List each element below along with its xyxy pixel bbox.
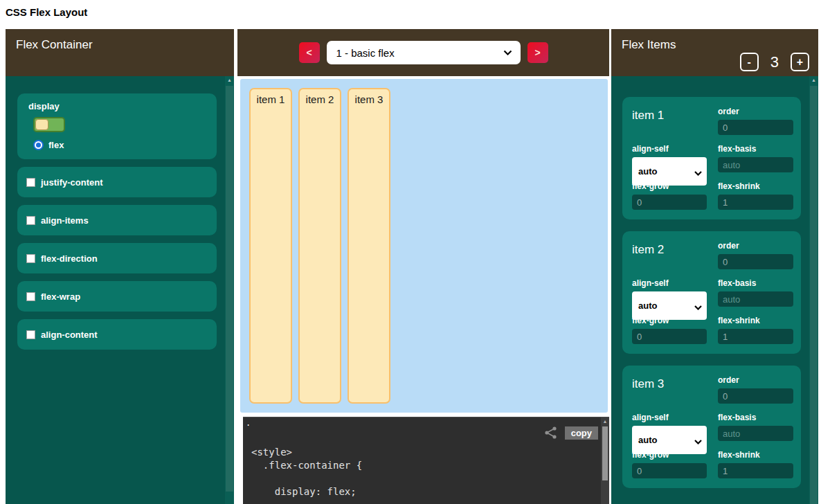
- example-select[interactable]: 1 - basic flex: [327, 41, 521, 64]
- align-items-label: align-items: [41, 215, 89, 226]
- item-3-order-input[interactable]: [718, 388, 793, 404]
- flex-container-scrollbar[interactable]: ▲: [225, 76, 234, 504]
- item-3-align-self-select[interactable]: auto: [632, 426, 707, 454]
- flex-container-panel: Flex Container display flex justify-cont…: [6, 29, 234, 504]
- property-card-flex-wrap[interactable]: flex-wrap: [17, 281, 217, 312]
- prev-example-button[interactable]: <: [299, 42, 320, 63]
- item-1-flex-grow-input[interactable]: [632, 195, 707, 210]
- item-3-title: item 3: [632, 375, 707, 404]
- item-3-flex-basis-input[interactable]: [718, 426, 793, 441]
- code-line: [251, 472, 609, 485]
- preview-body: item 1 item 2 item 3 . copy <style> .fle…: [237, 76, 609, 504]
- code-block: . copy <style> .flex-container { display…: [243, 417, 609, 504]
- flex-radio-label: flex: [48, 140, 64, 150]
- copy-button[interactable]: copy: [565, 426, 598, 440]
- item-3-flex-shrink-input[interactable]: [718, 463, 793, 478]
- display-toggle[interactable]: [33, 117, 65, 132]
- flex-container-title: Flex Container: [16, 38, 93, 51]
- align-self-label: align-self: [632, 413, 707, 422]
- flex-items-scrollbar[interactable]: ▲: [809, 76, 818, 504]
- item-1-order-field: order: [718, 107, 793, 135]
- flex-items-panel: Flex Items - 3 + item 1 order align-self…: [611, 29, 818, 504]
- item-3-flex-grow-input[interactable]: [632, 463, 707, 478]
- scrollbar-thumb[interactable]: [810, 86, 818, 504]
- example-nav-bar: < 1 - basic flex >: [237, 29, 609, 76]
- scroll-up-icon[interactable]: ▲: [601, 419, 609, 424]
- scroll-up-icon[interactable]: ▲: [225, 78, 234, 82]
- code-line: .flex-container {: [251, 459, 609, 472]
- flex-wrap-label: flex-wrap: [41, 291, 80, 302]
- item-counter: - 3 +: [740, 53, 809, 71]
- item-1-flex-basis-input[interactable]: [718, 157, 793, 172]
- order-label: order: [718, 107, 793, 116]
- flex-item-1: item 1: [249, 88, 292, 404]
- property-card-align-content[interactable]: align-content: [17, 319, 217, 350]
- item-2-order-field: order: [718, 241, 793, 269]
- item-2-flex-basis-input[interactable]: [718, 291, 793, 307]
- code-scrollbar[interactable]: ▲: [601, 417, 609, 504]
- justify-content-label: justify-content: [41, 177, 103, 188]
- order-label: order: [718, 375, 793, 385]
- item-1-title: item 1: [632, 107, 707, 135]
- flex-radio[interactable]: [33, 140, 44, 150]
- item-2-card: item 2 order align-self auto flex-basis: [622, 231, 801, 354]
- share-icon[interactable]: [544, 426, 558, 440]
- flex-preview-container: item 1 item 2 item 3: [240, 79, 608, 413]
- flex-basis-label: flex-basis: [718, 144, 793, 154]
- item-2-flex-shrink-input[interactable]: [718, 329, 793, 344]
- item-3-align-self-field: align-self auto: [632, 413, 707, 441]
- item-count: 3: [770, 53, 779, 71]
- code-line: <style>: [251, 446, 609, 459]
- flex-wrap-checkbox[interactable]: [26, 292, 35, 301]
- property-card-justify-content[interactable]: justify-content: [17, 167, 217, 197]
- item-2-align-self-field: align-self auto: [632, 278, 707, 307]
- flex-container-header: Flex Container: [6, 29, 234, 76]
- item-1-flex-shrink-input[interactable]: [718, 195, 793, 210]
- align-self-label: align-self: [632, 278, 707, 288]
- item-3-flex-shrink-field: flex-shrink: [718, 450, 793, 478]
- item-2-order-input[interactable]: [718, 254, 793, 269]
- page-title: CSS Flex Layout: [6, 6, 87, 18]
- align-self-label: align-self: [632, 144, 707, 154]
- order-label: order: [718, 241, 793, 251]
- item-1-align-self-select[interactable]: auto: [632, 157, 707, 186]
- code-toolbar: copy: [544, 426, 598, 440]
- next-example-button[interactable]: >: [527, 42, 548, 63]
- flex-basis-label: flex-basis: [718, 278, 793, 288]
- align-items-checkbox[interactable]: [26, 216, 35, 225]
- flex-item-3: item 3: [348, 88, 390, 404]
- property-card-align-items[interactable]: align-items: [17, 205, 217, 235]
- align-content-checkbox[interactable]: [26, 330, 35, 339]
- remove-item-button[interactable]: -: [740, 53, 759, 71]
- property-card-flex-direction[interactable]: flex-direction: [17, 243, 217, 273]
- flex-items-title: Flex Items: [622, 38, 676, 52]
- scrollbar-thumb[interactable]: [226, 86, 233, 492]
- flex-items-body: item 1 order align-self auto flex-basis: [611, 76, 818, 504]
- flex-direction-checkbox[interactable]: [26, 254, 35, 263]
- align-content-label: align-content: [41, 330, 98, 340]
- flex-basis-label: flex-basis: [718, 413, 793, 422]
- example-select-wrap: 1 - basic flex: [327, 41, 521, 64]
- scrollbar-thumb[interactable]: [602, 426, 608, 480]
- toggle-knob-icon: [35, 119, 48, 130]
- item-1-flex-basis-field: flex-basis: [718, 144, 793, 172]
- item-2-flex-shrink-field: flex-shrink: [718, 316, 793, 344]
- scroll-up-icon[interactable]: ▲: [809, 78, 818, 82]
- item-1-card: item 1 order align-self auto flex-basis: [622, 97, 801, 219]
- item-3-flex-grow-field: flex-grow: [632, 450, 707, 478]
- item-2-flex-grow-field: flex-grow: [632, 316, 707, 344]
- item-1-flex-grow-field: flex-grow: [632, 181, 707, 210]
- item-2-align-self-wrap: auto: [632, 299, 707, 311]
- flex-shrink-label: flex-shrink: [718, 450, 793, 460]
- item-1-order-input[interactable]: [718, 120, 793, 135]
- item-2-align-self-select[interactable]: auto: [632, 291, 707, 320]
- item-2-flex-grow-input[interactable]: [632, 329, 707, 344]
- code-content: <style> .flex-container { display: flex;: [243, 446, 609, 498]
- flex-shrink-label: flex-shrink: [718, 316, 793, 325]
- example-nav-row: < 1 - basic flex >: [237, 29, 609, 76]
- flex-shrink-label: flex-shrink: [718, 181, 793, 191]
- display-label: display: [27, 101, 207, 111]
- add-item-button[interactable]: +: [791, 53, 809, 71]
- justify-content-checkbox[interactable]: [26, 178, 35, 187]
- item-3-flex-basis-field: flex-basis: [718, 413, 793, 441]
